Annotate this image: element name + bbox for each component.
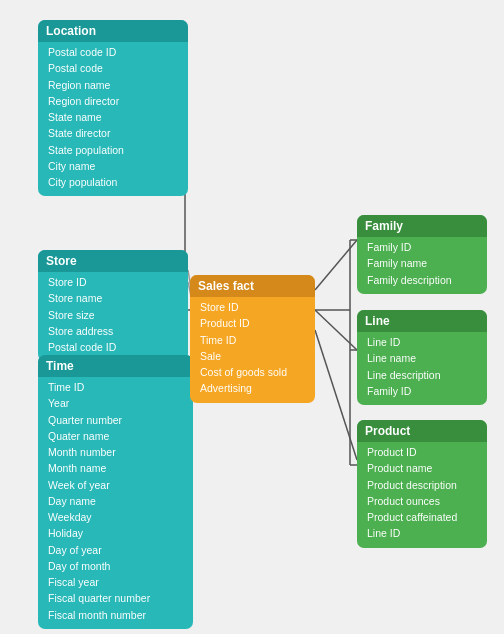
field-postal-code-id: Postal code ID — [48, 339, 180, 355]
entity-sales_fact: Sales factStore IDProduct IDTime IDSaleC… — [190, 275, 315, 403]
field-product-ounces: Product ounces — [367, 493, 479, 509]
field-holiday: Holiday — [48, 525, 185, 541]
field-family-id: Family ID — [367, 383, 479, 399]
field-family-name: Family name — [367, 255, 479, 271]
field-time-id: Time ID — [48, 379, 185, 395]
entity-family-title: Family — [357, 215, 487, 237]
field-product-id: Product ID — [200, 315, 307, 331]
field-weekday: Weekday — [48, 509, 185, 525]
field-fiscal-month-number: Fiscal month number — [48, 607, 185, 623]
field-store-name: Store name — [48, 290, 180, 306]
field-state-population: State population — [48, 142, 180, 158]
field-store-size: Store size — [48, 307, 180, 323]
field-line-name: Line name — [367, 350, 479, 366]
entity-line: LineLine IDLine nameLine descriptionFami… — [357, 310, 487, 405]
field-region-name: Region name — [48, 77, 180, 93]
field-fiscal-quarter-number: Fiscal quarter number — [48, 590, 185, 606]
entity-product: ProductProduct IDProduct nameProduct des… — [357, 420, 487, 548]
entity-product-title: Product — [357, 420, 487, 442]
entity-line-title: Line — [357, 310, 487, 332]
svg-line-9 — [315, 310, 357, 350]
entity-sales_fact-title: Sales fact — [190, 275, 315, 297]
field-cost-of-goods-sold: Cost of goods sold — [200, 364, 307, 380]
entity-time-title: Time — [38, 355, 193, 377]
entity-store: StoreStore IDStore nameStore sizeStore a… — [38, 250, 188, 361]
field-product-id: Product ID — [367, 444, 479, 460]
field-year: Year — [48, 395, 185, 411]
field-state-director: State director — [48, 125, 180, 141]
field-day-of-month: Day of month — [48, 558, 185, 574]
field-fiscal-year: Fiscal year — [48, 574, 185, 590]
field-city-population: City population — [48, 174, 180, 190]
field-product-description: Product description — [367, 477, 479, 493]
field-city-name: City name — [48, 158, 180, 174]
field-family-id: Family ID — [367, 239, 479, 255]
field-line-id: Line ID — [367, 334, 479, 350]
entity-time: TimeTime IDYearQuarter numberQuater name… — [38, 355, 193, 629]
field-month-number: Month number — [48, 444, 185, 460]
field-week-of-year: Week of year — [48, 477, 185, 493]
field-time-id: Time ID — [200, 332, 307, 348]
field-line-id: Line ID — [367, 525, 479, 541]
field-store-address: Store address — [48, 323, 180, 339]
field-store-id: Store ID — [200, 299, 307, 315]
field-store-id: Store ID — [48, 274, 180, 290]
entity-location-title: Location — [38, 20, 188, 42]
field-sale: Sale — [200, 348, 307, 364]
field-day-of-year: Day of year — [48, 542, 185, 558]
field-quater-name: Quater name — [48, 428, 185, 444]
entity-location: LocationPostal code IDPostal codeRegion … — [38, 20, 188, 196]
entity-store-title: Store — [38, 250, 188, 272]
field-region-director: Region director — [48, 93, 180, 109]
field-postal-code-id: Postal code ID — [48, 44, 180, 60]
entity-family: FamilyFamily IDFamily nameFamily descrip… — [357, 215, 487, 294]
field-product-caffeinated: Product caffeinated — [367, 509, 479, 525]
field-month-name: Month name — [48, 460, 185, 476]
svg-line-10 — [315, 330, 357, 460]
field-day-name: Day name — [48, 493, 185, 509]
svg-line-8 — [315, 240, 357, 290]
field-advertising: Advertising — [200, 380, 307, 396]
field-product-name: Product name — [367, 460, 479, 476]
field-family-description: Family description — [367, 272, 479, 288]
field-state-name: State name — [48, 109, 180, 125]
field-postal-code: Postal code — [48, 60, 180, 76]
field-line-description: Line description — [367, 367, 479, 383]
field-quarter-number: Quarter number — [48, 412, 185, 428]
